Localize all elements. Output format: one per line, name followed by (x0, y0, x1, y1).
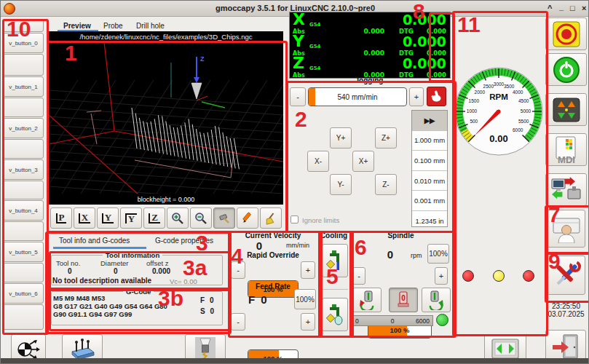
view-y-button[interactable]: Y (97, 207, 119, 229)
increment-continuous[interactable]: ▶▶ (412, 111, 447, 131)
view-z-button[interactable]: Z (143, 207, 165, 229)
increment-item[interactable]: 1.2345 in (412, 211, 447, 231)
sidebar-empty-slot[interactable] (3, 304, 44, 330)
sidebar-vbutton-3[interactable]: v_button_3 (3, 159, 44, 180)
manual-mode-button[interactable] (545, 93, 587, 126)
rapid-plus-button[interactable]: + (301, 261, 315, 279)
increment-item[interactable]: 0.010 mm (412, 171, 447, 191)
edit-gcode-button[interactable] (237, 207, 258, 229)
annotation-label-6: 6 (355, 237, 367, 258)
spindle-ccw-button[interactable] (352, 288, 382, 312)
mist-coolant-button[interactable] (322, 298, 348, 331)
dro-axis-y[interactable]: Y G54 Abs 0.000 DTG 0.000 0.000 (290, 35, 450, 57)
sidebar-vbutton-4[interactable]: v_button_4 (3, 200, 44, 221)
pencil-icon (241, 212, 254, 225)
tab-preview[interactable]: Preview (63, 22, 91, 30)
ignore-limits-checkbox[interactable] (290, 215, 299, 223)
sidebar-vbutton-5[interactable]: v_button_5 (3, 242, 44, 262)
spindle-tool-icon (192, 336, 218, 361)
spindle-stop-button[interactable]: 0 (389, 288, 418, 312)
auto-mode-button[interactable] (545, 173, 587, 206)
feed-100-percent-button[interactable]: 100% (294, 289, 316, 309)
jog-x-plus-button[interactable]: X+ (352, 151, 374, 172)
tool-no-value: 0 (68, 267, 72, 275)
dro-axis-z[interactable]: Z G54 Abs 0.000 DTG 0.000 0.000 (290, 57, 450, 79)
sidebar-empty-slot[interactable] (3, 98, 44, 117)
view-perspective-button[interactable]: P (50, 207, 72, 229)
annotation-box-11 (452, 11, 548, 336)
sidebar-vbutton-6[interactable]: v_button_6 (3, 283, 44, 304)
dro-axis-x[interactable]: X G54 Abs 0.000 DTG 0.000 0.000 (290, 13, 450, 35)
touch-off-icon (16, 338, 41, 360)
view-x-button[interactable]: X (74, 207, 95, 229)
jog-z-plus-button[interactable]: Z+ (375, 127, 397, 149)
increment-item[interactable]: 0.100 mm (412, 151, 447, 171)
feed-minus-button[interactable]: - (231, 313, 245, 331)
gmoccapy-window: gmoccapy 3.5.1 for LinuxCNC 2.10.0~pre0 … (0, 0, 589, 364)
sidebar-empty-slot[interactable] (3, 221, 44, 241)
feed-plus-button[interactable]: + (301, 313, 315, 331)
spindle-range-max: 6000 (416, 317, 430, 325)
tab-drill-hole[interactable]: Drill hole (136, 22, 165, 30)
jog-speed-plus-button[interactable]: + (409, 87, 424, 106)
spindle-cw-button[interactable] (422, 288, 451, 312)
spindle-100-percent-button[interactable]: 100% (427, 244, 449, 264)
jog-speed-minus-button[interactable]: - (290, 87, 306, 106)
spindle-minus-button[interactable]: - (352, 267, 365, 285)
fullscreen-icon (491, 338, 520, 360)
view-y2-button[interactable]: Y (120, 207, 142, 229)
jog-z-minus-button[interactable]: Z- (375, 174, 397, 195)
f-word: F 0 (200, 296, 215, 304)
jogging-frame-title: Jogging (286, 76, 452, 84)
machine-on-button[interactable] (545, 53, 587, 86)
sidebar-empty-slot[interactable] (3, 19, 44, 32)
clear-plot-button[interactable] (260, 207, 282, 229)
abs-value: 0.000 (348, 50, 384, 57)
annotation-label-11: 11 (457, 14, 481, 36)
close-button[interactable]: × (582, 4, 586, 12)
estop-button[interactable] (545, 17, 587, 50)
jog-y-minus-button[interactable]: Y- (330, 174, 352, 195)
tab-tool-info[interactable]: Tool info and G-codes (59, 237, 130, 245)
jog-speed-slider[interactable]: 540 mm/min (308, 87, 407, 106)
user-tabs-button[interactable] (547, 210, 585, 248)
jog-x-minus-button[interactable]: X- (307, 151, 329, 172)
sidebar-vbutton-2[interactable]: v_button_2 (3, 118, 44, 138)
rapid-minus-button[interactable]: - (231, 261, 245, 279)
settings-button[interactable] (547, 256, 585, 295)
shade-window-button[interactable]: ^ (548, 4, 552, 12)
show-dimensions-button[interactable] (213, 207, 235, 229)
exit-door-icon (551, 333, 580, 360)
sidebar-empty-slot[interactable] (3, 263, 44, 282)
spindle-plus-button[interactable]: + (435, 267, 448, 285)
tab-gcode-properties[interactable]: G-code properties (155, 237, 213, 245)
s-word: S 0 (200, 307, 216, 315)
minimize-button[interactable]: _ (559, 2, 564, 11)
run-from-file-icon (550, 176, 582, 204)
flood-coolant-button[interactable] (322, 244, 348, 277)
sidebar-empty-slot[interactable] (3, 181, 44, 199)
sidebar-empty-slot[interactable] (3, 139, 44, 159)
sidebar-vbutton-0[interactable]: v_button_0 (3, 33, 44, 53)
ignore-limits-label: Ignore limits (302, 216, 339, 224)
diameter-header: Diameter (100, 259, 129, 267)
maximize-button[interactable]: □ (570, 4, 575, 12)
dro-panel[interactable]: X G54 Abs 0.000 DTG 0.000 0.000 Y G54 Ab… (289, 12, 451, 79)
zoom-in-button[interactable] (167, 207, 189, 229)
gremlin-preview-pane[interactable]: /home/zdenek/linuxcnc/nc_files/examples/… (49, 31, 283, 205)
increment-item[interactable]: 0.001 mm (412, 191, 447, 211)
tab-probe[interactable]: Probe (103, 22, 123, 30)
zoom-out-button[interactable] (190, 207, 212, 229)
mdi-icon: MDI (552, 135, 581, 165)
increment-item[interactable]: 1.000 mm (412, 131, 447, 151)
mdi-mode-button[interactable]: MDI (545, 133, 587, 166)
jog-pad-icon (552, 97, 581, 123)
sidebar-empty-slot[interactable] (3, 54, 44, 76)
jog-y-plus-button[interactable]: Y+ (330, 127, 352, 149)
view-z-letter: Z (149, 213, 160, 223)
tool-description: No tool description available (52, 277, 151, 285)
gremlin-3d-view[interactable]: Z (49, 42, 283, 194)
offset-z-header: offset z (146, 259, 168, 267)
sidebar-vbutton-1[interactable]: v_button_1 (3, 76, 44, 97)
hand-jog-button[interactable] (427, 87, 446, 106)
